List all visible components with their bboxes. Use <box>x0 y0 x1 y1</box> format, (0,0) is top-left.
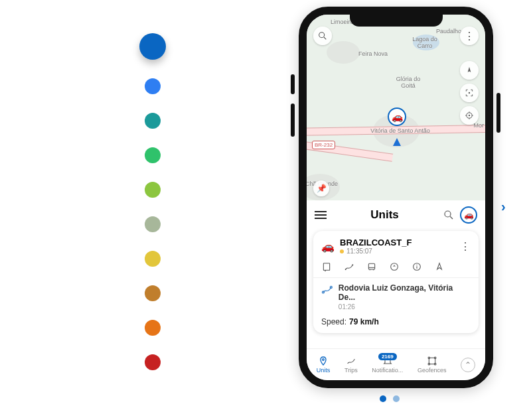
info-icon[interactable] <box>412 261 422 272</box>
svg-point-14 <box>352 264 353 265</box>
nav-more-button[interactable]: ⌃ <box>461 358 475 372</box>
target-icon <box>465 111 474 120</box>
panel-title: Units <box>332 208 437 222</box>
car-icon: 🚗 <box>321 240 335 253</box>
unit-name: BRAZILCOAST_F <box>340 238 412 247</box>
trip-duration: 01:26 <box>339 303 471 311</box>
svg-point-17 <box>370 269 370 270</box>
nav-label: Geofences <box>417 367 447 374</box>
nav-label: Notificatio... <box>372 367 403 374</box>
unit-card[interactable]: 🚗 BRAZILCOAST_F 11:35:07 ⋮ Rodovia Luiz <box>313 231 479 333</box>
palette-color-2[interactable] <box>145 113 161 129</box>
phone-side-button <box>291 74 295 94</box>
route-icon <box>321 283 333 295</box>
notification-badge: 2169 <box>378 353 397 360</box>
map-label: Feira Nova <box>358 50 388 57</box>
report-icon[interactable] <box>321 261 332 272</box>
map-city-patch <box>327 41 360 64</box>
carousel-dots <box>380 395 400 402</box>
svg-point-24 <box>330 287 332 289</box>
vehicle-marker[interactable]: 🚗 <box>388 107 406 126</box>
svg-rect-26 <box>429 358 435 364</box>
palette-color-6[interactable] <box>145 251 161 267</box>
nav-trips[interactable]: Trips <box>344 356 358 374</box>
focus-icon <box>465 88 474 98</box>
palette-color-5[interactable] <box>145 216 161 232</box>
nav-notifications[interactable]: 2169 Notificatio... <box>372 356 403 374</box>
speed-label: Speed: <box>321 317 346 326</box>
svg-point-12 <box>325 270 326 271</box>
nav-label: Units <box>317 367 331 374</box>
unit-options-button[interactable]: ⋮ <box>460 240 471 253</box>
nav-label: Trips <box>344 367 358 374</box>
svg-rect-11 <box>323 263 329 271</box>
svg-point-22 <box>416 265 417 265</box>
map-view[interactable]: Limoeiro Paudalho Lagoa do Carro Feira N… <box>307 15 485 200</box>
search-icon <box>317 31 328 41</box>
palette-color-7[interactable] <box>145 285 161 301</box>
svg-point-2 <box>469 92 470 94</box>
pin-icon <box>318 356 329 366</box>
tack-button[interactable]: 📌 <box>313 180 329 196</box>
speed-row: Speed: 79 km/h <box>321 317 471 326</box>
unit-card-header: 🚗 BRAZILCOAST_F 11:35:07 ⋮ <box>321 238 471 255</box>
divider <box>313 277 479 278</box>
compass-icon <box>465 66 474 75</box>
geofence-icon <box>427 356 437 366</box>
svg-point-0 <box>319 33 325 38</box>
panel-header: Units 🚗 <box>307 202 485 228</box>
map-label: Paudalho <box>436 28 461 35</box>
palette-color-4[interactable] <box>145 182 161 198</box>
nav-units[interactable]: Units <box>317 356 331 374</box>
map-options-button[interactable]: ⋮ <box>460 27 479 45</box>
search-icon[interactable] <box>443 209 455 221</box>
palette-color-0[interactable] <box>139 33 166 60</box>
pin-icon: 📌 <box>317 184 327 193</box>
svg-point-18 <box>373 269 374 270</box>
map-label: Glória do Goitá <box>392 76 425 89</box>
chevron-up-icon: ⌃ <box>465 360 471 370</box>
bus-icon[interactable] <box>366 261 377 272</box>
svg-point-19 <box>391 263 398 271</box>
trip-row[interactable]: Rodovia Luiz Gonzaga, Vitória De... 01:2… <box>321 283 471 311</box>
route-icon[interactable] <box>344 261 354 272</box>
palette-color-9[interactable] <box>145 354 161 370</box>
carousel-dot-1[interactable] <box>393 395 400 402</box>
map-search-button[interactable] <box>313 27 332 45</box>
locate-button[interactable] <box>460 106 479 125</box>
svg-point-4 <box>469 115 470 116</box>
user-direction-icon <box>393 138 401 146</box>
map-label: Mor <box>474 122 485 129</box>
unit-action-row <box>321 261 471 272</box>
phone-notch <box>350 15 443 27</box>
bottom-nav: Units Trips 2169 Notificatio... Geofence… <box>307 348 485 380</box>
recenter-button[interactable] <box>460 84 479 102</box>
map-label: Vitória de Santo Antão <box>370 127 430 134</box>
unit-time: 11:35:07 <box>346 247 372 255</box>
trip-address: Rodovia Luiz Gonzaga, Vitória De... <box>339 283 471 302</box>
svg-point-9 <box>445 211 451 217</box>
color-palette <box>139 33 166 370</box>
navigate-icon[interactable] <box>434 261 445 272</box>
share-icon[interactable] <box>389 261 400 272</box>
route-icon <box>346 356 356 366</box>
palette-color-3[interactable] <box>145 147 161 163</box>
carousel-dot-0[interactable] <box>380 395 386 402</box>
palette-color-1[interactable] <box>145 78 161 94</box>
svg-line-1 <box>324 37 326 39</box>
next-slide-button[interactable]: › <box>501 199 506 214</box>
svg-rect-15 <box>368 263 374 269</box>
unit-avatar-button[interactable]: 🚗 <box>460 206 477 224</box>
compass-button[interactable] <box>460 61 479 80</box>
hamburger-icon <box>315 211 327 212</box>
map-label: Lagoa do Carro <box>405 36 445 49</box>
phone-side-button <box>496 93 500 133</box>
svg-line-10 <box>450 216 453 219</box>
menu-button[interactable] <box>315 211 327 219</box>
car-icon: 🚗 <box>464 210 474 220</box>
nav-geofences[interactable]: Geofences <box>417 356 447 374</box>
car-icon: 🚗 <box>392 111 403 122</box>
more-vertical-icon: ⋮ <box>464 30 475 42</box>
phone-frame: Limoeiro Paudalho Lagoa do Carro Feira N… <box>299 7 493 388</box>
palette-color-8[interactable] <box>145 320 161 336</box>
